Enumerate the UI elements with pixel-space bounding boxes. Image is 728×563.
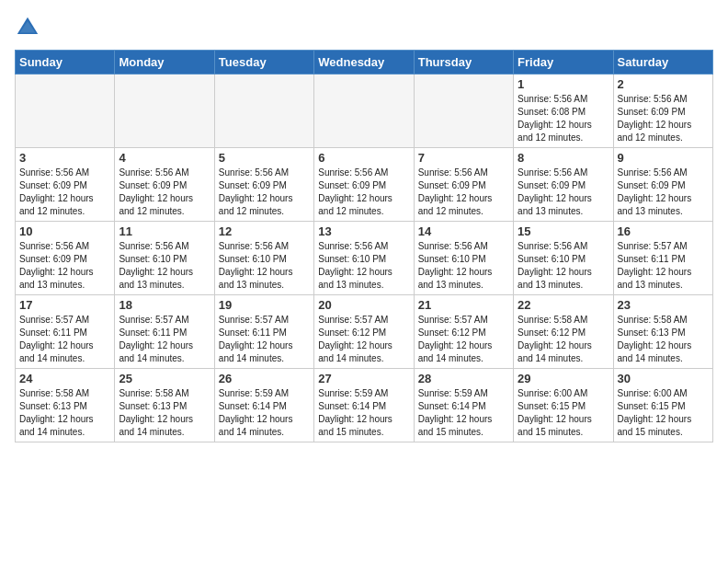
day-number: 29 [518, 372, 609, 385]
calendar-cell: 12Sunrise: 5:56 AM Sunset: 6:10 PM Dayli… [214, 222, 313, 295]
day-number: 28 [418, 372, 509, 385]
day-number: 5 [219, 151, 310, 165]
day-number: 23 [618, 298, 709, 312]
calendar-cell: 29Sunrise: 6:00 AM Sunset: 6:15 PM Dayli… [514, 369, 613, 442]
calendar-cell [115, 75, 214, 148]
calendar-cell [16, 75, 115, 148]
day-number: 13 [318, 224, 409, 238]
day-number: 8 [518, 151, 609, 165]
day-number: 3 [19, 151, 110, 165]
calendar-cell: 5Sunrise: 5:56 AM Sunset: 6:09 PM Daylig… [214, 148, 313, 222]
calendar-cell: 21Sunrise: 5:57 AM Sunset: 6:12 PM Dayli… [414, 295, 513, 369]
calendar-cell: 16Sunrise: 5:57 AM Sunset: 6:11 PM Dayli… [613, 222, 712, 295]
day-info: Sunrise: 5:56 AM Sunset: 6:09 PM Dayligh… [318, 167, 409, 218]
calendar-cell: 14Sunrise: 5:56 AM Sunset: 6:10 PM Dayli… [414, 222, 513, 295]
day-number: 17 [19, 298, 110, 312]
calendar-week-3: 10Sunrise: 5:56 AM Sunset: 6:09 PM Dayli… [16, 222, 713, 295]
day-info: Sunrise: 5:57 AM Sunset: 6:12 PM Dayligh… [318, 314, 409, 365]
weekday-header-monday: Monday [115, 51, 214, 75]
day-info: Sunrise: 5:58 AM Sunset: 6:13 PM Dayligh… [19, 387, 110, 439]
calendar-cell: 17Sunrise: 5:57 AM Sunset: 6:11 PM Dayli… [16, 295, 115, 369]
day-number: 16 [618, 224, 709, 238]
calendar-cell: 10Sunrise: 5:56 AM Sunset: 6:09 PM Dayli… [16, 222, 115, 295]
calendar-cell: 4Sunrise: 5:56 AM Sunset: 6:09 PM Daylig… [115, 148, 214, 222]
calendar-header-row: SundayMondayTuesdayWednesdayThursdayFrid… [16, 51, 713, 75]
calendar-cell: 8Sunrise: 5:56 AM Sunset: 6:09 PM Daylig… [514, 148, 613, 222]
weekday-header-sunday: Sunday [16, 51, 115, 75]
day-info: Sunrise: 5:59 AM Sunset: 6:14 PM Dayligh… [318, 387, 409, 439]
calendar-cell: 26Sunrise: 5:59 AM Sunset: 6:14 PM Dayli… [214, 369, 313, 442]
day-number: 18 [119, 298, 210, 312]
day-number: 2 [618, 77, 709, 91]
day-number: 19 [219, 298, 310, 312]
page-container: SundayMondayTuesdayWednesdayThursdayFrid… [0, 0, 728, 452]
day-info: Sunrise: 5:59 AM Sunset: 6:14 PM Dayligh… [418, 387, 509, 439]
calendar-cell: 15Sunrise: 5:56 AM Sunset: 6:10 PM Dayli… [514, 222, 613, 295]
day-info: Sunrise: 6:00 AM Sunset: 6:15 PM Dayligh… [518, 387, 609, 439]
day-number: 14 [418, 224, 509, 238]
calendar-cell: 11Sunrise: 5:56 AM Sunset: 6:10 PM Dayli… [115, 222, 214, 295]
day-info: Sunrise: 5:59 AM Sunset: 6:14 PM Dayligh… [219, 387, 310, 439]
day-info: Sunrise: 5:57 AM Sunset: 6:11 PM Dayligh… [618, 240, 709, 292]
weekday-header-saturday: Saturday [613, 51, 712, 75]
calendar-cell: 1Sunrise: 5:56 AM Sunset: 6:08 PM Daylig… [514, 75, 613, 148]
weekday-header-friday: Friday [514, 51, 613, 75]
day-number: 22 [518, 298, 609, 312]
calendar-cell: 3Sunrise: 5:56 AM Sunset: 6:09 PM Daylig… [16, 148, 115, 222]
day-number: 6 [318, 151, 409, 165]
day-number: 7 [418, 151, 509, 165]
calendar-cell: 28Sunrise: 5:59 AM Sunset: 6:14 PM Dayli… [414, 369, 513, 442]
day-info: Sunrise: 5:57 AM Sunset: 6:11 PM Dayligh… [119, 314, 210, 365]
calendar-cell: 22Sunrise: 5:58 AM Sunset: 6:12 PM Dayli… [514, 295, 613, 369]
header [15, 15, 713, 40]
day-info: Sunrise: 5:56 AM Sunset: 6:09 PM Dayligh… [618, 167, 709, 218]
day-info: Sunrise: 5:56 AM Sunset: 6:10 PM Dayligh… [119, 240, 210, 292]
day-info: Sunrise: 5:56 AM Sunset: 6:09 PM Dayligh… [119, 167, 210, 218]
day-number: 20 [318, 298, 409, 312]
day-info: Sunrise: 5:56 AM Sunset: 6:09 PM Dayligh… [518, 167, 609, 218]
day-info: Sunrise: 5:57 AM Sunset: 6:11 PM Dayligh… [19, 314, 110, 365]
day-number: 21 [418, 298, 509, 312]
logo-icon [15, 15, 40, 40]
calendar-week-5: 24Sunrise: 5:58 AM Sunset: 6:13 PM Dayli… [16, 369, 713, 442]
day-info: Sunrise: 5:57 AM Sunset: 6:11 PM Dayligh… [219, 314, 310, 365]
day-number: 24 [19, 372, 110, 385]
weekday-header-thursday: Thursday [414, 51, 513, 75]
day-info: Sunrise: 5:56 AM Sunset: 6:10 PM Dayligh… [219, 240, 310, 292]
calendar-cell: 27Sunrise: 5:59 AM Sunset: 6:14 PM Dayli… [314, 369, 414, 442]
logo [15, 15, 44, 40]
calendar-week-1: 1Sunrise: 5:56 AM Sunset: 6:08 PM Daylig… [16, 75, 713, 148]
day-info: Sunrise: 5:58 AM Sunset: 6:12 PM Dayligh… [518, 314, 609, 365]
day-number: 26 [219, 372, 310, 385]
day-info: Sunrise: 5:56 AM Sunset: 6:08 PM Dayligh… [518, 93, 609, 144]
calendar-cell: 19Sunrise: 5:57 AM Sunset: 6:11 PM Dayli… [214, 295, 313, 369]
calendar-cell: 23Sunrise: 5:58 AM Sunset: 6:13 PM Dayli… [613, 295, 712, 369]
calendar-week-2: 3Sunrise: 5:56 AM Sunset: 6:09 PM Daylig… [16, 148, 713, 222]
calendar-cell: 18Sunrise: 5:57 AM Sunset: 6:11 PM Dayli… [115, 295, 214, 369]
day-info: Sunrise: 5:56 AM Sunset: 6:09 PM Dayligh… [418, 167, 509, 218]
day-number: 10 [19, 224, 110, 238]
weekday-header-tuesday: Tuesday [214, 51, 313, 75]
day-info: Sunrise: 5:56 AM Sunset: 6:09 PM Dayligh… [19, 167, 110, 218]
calendar-cell: 9Sunrise: 5:56 AM Sunset: 6:09 PM Daylig… [613, 148, 712, 222]
day-info: Sunrise: 5:56 AM Sunset: 6:09 PM Dayligh… [19, 240, 110, 292]
day-number: 11 [119, 224, 210, 238]
day-info: Sunrise: 5:56 AM Sunset: 6:09 PM Dayligh… [219, 167, 310, 218]
calendar-cell: 25Sunrise: 5:58 AM Sunset: 6:13 PM Dayli… [115, 369, 214, 442]
calendar-cell: 6Sunrise: 5:56 AM Sunset: 6:09 PM Daylig… [314, 148, 414, 222]
weekday-header-wednesday: Wednesday [314, 51, 414, 75]
calendar-cell: 30Sunrise: 6:00 AM Sunset: 6:15 PM Dayli… [613, 369, 712, 442]
day-info: Sunrise: 5:58 AM Sunset: 6:13 PM Dayligh… [618, 314, 709, 365]
day-number: 4 [119, 151, 210, 165]
day-info: Sunrise: 5:56 AM Sunset: 6:10 PM Dayligh… [318, 240, 409, 292]
day-number: 9 [618, 151, 709, 165]
day-number: 15 [518, 224, 609, 238]
day-info: Sunrise: 5:57 AM Sunset: 6:12 PM Dayligh… [418, 314, 509, 365]
calendar-cell: 7Sunrise: 5:56 AM Sunset: 6:09 PM Daylig… [414, 148, 513, 222]
calendar-cell [214, 75, 313, 148]
day-number: 25 [119, 372, 210, 385]
day-info: Sunrise: 5:56 AM Sunset: 6:10 PM Dayligh… [518, 240, 609, 292]
day-info: Sunrise: 5:58 AM Sunset: 6:13 PM Dayligh… [119, 387, 210, 439]
day-number: 30 [618, 372, 709, 385]
calendar-table: SundayMondayTuesdayWednesdayThursdayFrid… [15, 50, 713, 442]
